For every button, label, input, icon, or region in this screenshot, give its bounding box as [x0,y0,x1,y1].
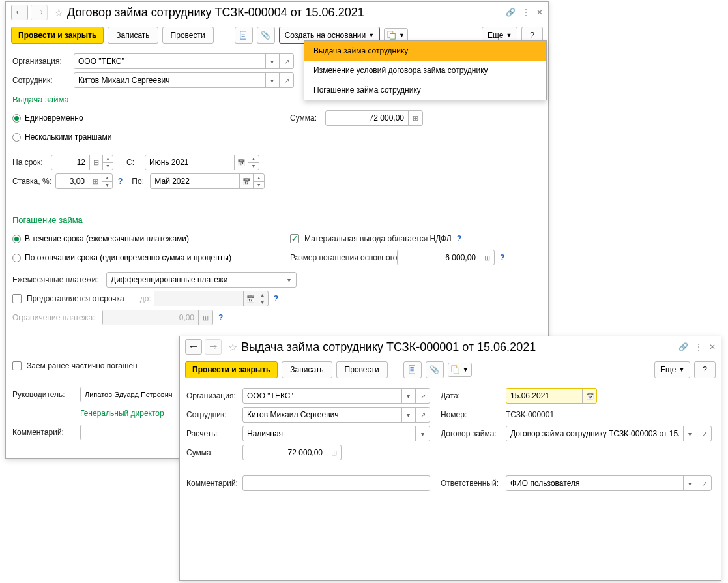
nav-back-button[interactable]: 🡐 [185,339,202,355]
open-icon[interactable]: ↗ [415,389,430,403]
calendar-icon[interactable] [239,174,253,188]
nav-forward-button[interactable]: 🡒 [31,5,48,20]
nav-back-button[interactable]: 🡐 [11,5,28,20]
dropdown-icon[interactable]: ▾ [282,273,296,287]
dropdown-icon[interactable]: ▾ [401,389,416,403]
object-flow-button[interactable]: ▼ [448,363,472,377]
spinner[interactable]: ▲▼ [248,155,259,170]
resp-input[interactable] [506,476,683,490]
close-icon[interactable]: ✕ [709,342,716,351]
calculator-icon[interactable]: ⊞ [89,155,102,170]
comment-input[interactable] [81,425,182,440]
comment-field[interactable] [242,475,430,491]
matben-checkbox[interactable] [290,234,299,243]
head-position-link[interactable]: Генеральный директор [80,409,164,418]
repay-size-field[interactable]: ⊞ [397,250,495,265]
radio-once[interactable]: Единовременно [12,113,83,123]
org-field[interactable]: ▾ ↗ [242,388,430,404]
spinner[interactable]: ▲▼ [253,174,264,188]
save-button[interactable]: Записать [108,27,158,44]
org-input[interactable] [74,54,265,68]
open-icon[interactable]: ↗ [697,426,711,441]
dropdown-icon[interactable]: ▾ [265,54,280,68]
rate-field[interactable]: ⊞ ▲▼ [55,173,113,189]
help-icon[interactable]: ? [274,294,278,303]
rate-input[interactable] [56,174,89,188]
help-icon[interactable]: ? [218,313,223,322]
radio-end[interactable]: По окончании срока (единовременно сумма … [12,253,231,262]
calculator-icon[interactable]: ⊞ [327,445,341,460]
more-icon[interactable]: ⋮ [695,342,703,351]
calc-field[interactable]: ▾ [242,426,430,441]
head-input[interactable] [81,387,182,402]
more-icon[interactable]: ⋮ [522,8,530,17]
date-field[interactable] [506,388,597,404]
dropdown-icon[interactable]: ▾ [683,426,697,441]
calculator-icon[interactable]: ⊞ [408,111,422,125]
spinner[interactable]: ▲▼ [102,174,112,188]
dropdown-icon[interactable]: ▾ [683,476,697,490]
more-button[interactable]: Еще ▼ [654,361,690,378]
date-input[interactable] [506,389,582,403]
attach-icon[interactable]: 📎 [257,27,275,44]
repay-size-input[interactable] [398,250,480,265]
radio-during[interactable]: В течение срока (ежемесячными платежами) [12,234,189,243]
contract-input[interactable] [506,426,683,441]
menu-item-issue-loan[interactable]: Выдача займа сотруднику [304,41,546,61]
favorite-icon[interactable]: ☆ [54,7,63,19]
help-button[interactable]: ? [694,361,716,378]
open-icon[interactable]: ↗ [415,408,430,422]
calculator-icon[interactable]: ⊞ [89,174,102,188]
defer-checkbox[interactable] [12,294,22,303]
attach-icon[interactable]: 📎 [426,361,444,378]
dropdown-icon[interactable]: ▾ [415,426,430,441]
emp-field[interactable]: ▾ ↗ [242,407,430,423]
calendar-icon[interactable] [234,155,248,170]
post-button[interactable]: Провести [162,27,214,44]
menu-item-change-terms[interactable]: Изменение условий договора займа сотрудн… [304,61,546,80]
save-button[interactable]: Записать [282,361,332,378]
monthly-field[interactable]: ▾ [106,272,297,288]
org-input[interactable] [243,389,401,403]
sum-input[interactable] [326,111,408,125]
menu-item-repay-loan[interactable]: Погашение займа сотруднику [304,80,546,100]
comment-input[interactable] [243,476,428,490]
post-button[interactable]: Провести [336,361,388,378]
open-icon[interactable]: ↗ [279,73,293,87]
sum-field[interactable]: ⊞ [242,445,342,460]
document-icon[interactable] [235,27,253,44]
term-field[interactable]: ⊞ ▲▼ [51,155,113,170]
dropdown-icon[interactable]: ▾ [265,73,280,87]
post-close-button[interactable]: Провести и закрыть [11,27,104,44]
dropdown-icon[interactable]: ▾ [401,408,416,422]
link-icon[interactable]: 🔗 [678,342,688,351]
post-close-button[interactable]: Провести и закрыть [185,361,278,378]
term-input[interactable] [51,155,89,170]
calendar-icon[interactable] [582,389,596,403]
help-icon[interactable]: ? [500,253,504,262]
link-icon[interactable]: 🔗 [506,8,516,17]
emp-input[interactable] [243,408,401,422]
monthly-input[interactable] [107,273,282,287]
org-field[interactable]: ▾ ↗ [74,53,294,69]
resp-field[interactable]: ▾ ↗ [506,475,712,491]
favorite-icon[interactable]: ☆ [228,341,237,353]
comment-field[interactable] [80,425,184,440]
from-input[interactable] [145,155,234,170]
open-icon[interactable]: ↗ [279,54,293,68]
calculator-icon[interactable]: ⊞ [480,250,494,265]
to-input[interactable] [151,174,239,188]
nav-forward-button[interactable]: 🡒 [205,339,222,355]
calc-input[interactable] [243,426,415,441]
head-field[interactable] [80,387,184,402]
contract-field[interactable]: ▾ ↗ [506,426,712,441]
radio-tranches[interactable]: Несколькими траншами [12,132,111,142]
spinner[interactable]: ▲▼ [102,155,113,170]
to-field[interactable]: ▲▼ [150,173,265,189]
sum-input[interactable] [243,445,327,460]
sum-field[interactable]: ⊞ [325,110,423,126]
document-icon[interactable] [403,361,422,378]
help-icon[interactable]: ? [118,177,123,186]
from-field[interactable]: ▲▼ [145,155,259,170]
close-icon[interactable]: ✕ [536,8,543,17]
